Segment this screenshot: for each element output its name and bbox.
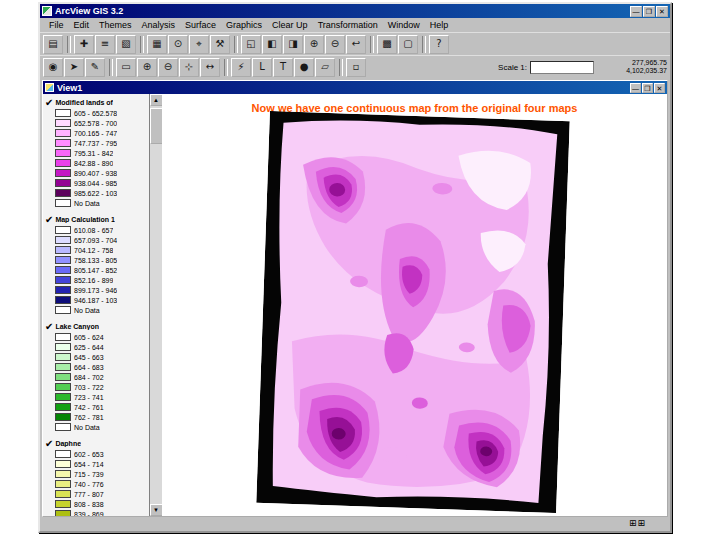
menu-analysis[interactable]: Analysis [137,20,181,30]
close-button[interactable]: ✕ [656,6,668,17]
scroll-down-button[interactable]: ▼ [150,504,163,516]
legend-swatch [55,510,71,516]
coordinate-readout: 277,965.75 4,102,035.37 [605,59,667,75]
toolbar-main: ▤✚≡▧▦⊙⌖⚒◱◧◨⊕⊖↩▩▢? [40,32,670,55]
menu-graphics[interactable]: Graphics [221,20,267,30]
zoom-out-tool-button[interactable]: ⊖ [158,58,178,77]
theme-properties-button[interactable]: ≡ [95,35,115,54]
theme-checkbox[interactable]: ✔ [45,98,53,108]
legend-swatch [55,363,71,371]
legend-item: 715 - 739 [45,469,147,479]
theme-checkbox[interactable]: ✔ [45,215,53,225]
legend-swatch [55,169,71,177]
continuous-map[interactable] [256,111,569,513]
menu-window[interactable]: Window [383,20,425,30]
theme-header[interactable]: ✔Map Calculation 1 [45,214,147,225]
legend-label: 652.578 - 700 [74,120,117,127]
theme-header[interactable]: ✔Modified lands of [45,97,147,108]
label-tool-button[interactable]: L [252,58,272,77]
legend-panel: ✔Modified lands of605 - 652.578652.578 -… [43,94,149,516]
app-window: ArcView GIS 3.2 — ❐ ✕ FileEditThemesAnal… [38,2,672,533]
minimize-button[interactable]: — [630,6,642,17]
legend-label: 742 - 761 [74,404,104,411]
draw-point-tool-button[interactable]: ● [294,58,314,77]
zoom-in-tool-button[interactable]: ⊕ [137,58,157,77]
legend-swatch [55,179,71,187]
menu-clear-up[interactable]: Clear Up [267,20,313,30]
zoom-previous-button[interactable]: ↩ [346,35,366,54]
title-bar: ArcView GIS 3.2 — ❐ ✕ [40,4,670,18]
legend-label: 715 - 739 [74,471,104,478]
hotlink-tool-button[interactable]: ⚡ [231,58,251,77]
legend-swatch [55,413,71,421]
theme-checkbox[interactable]: ✔ [45,439,53,449]
area-of-interest-button[interactable]: ▫ [346,58,366,77]
scale-input[interactable] [530,61,594,74]
legend-label: 602 - 653 [74,451,104,458]
help-button[interactable]: ? [429,35,449,54]
identify-tool-button[interactable]: ◉ [43,58,63,77]
legend-item: 610.08 - 657 [45,225,147,235]
legend-item: 704.12 - 758 [45,245,147,255]
legend-scrollbar[interactable]: ▲ ▼ [149,94,162,516]
menu-edit[interactable]: Edit [69,20,95,30]
pointer-tool-button[interactable]: ➤ [64,58,84,77]
legend-theme: ✔Daphne602 - 653654 - 714715 - 739740 - … [45,438,147,516]
find-button[interactable]: ⊙ [168,35,188,54]
legend-swatch [55,296,71,304]
view-close-button[interactable]: ✕ [654,83,665,93]
menu-help[interactable]: Help [425,20,454,30]
edit-legend-button[interactable]: ▧ [116,35,136,54]
legend-item: 777 - 807 [45,489,147,499]
select-features-button[interactable]: ▩ [377,35,397,54]
legend-label: 703 - 722 [74,384,104,391]
legend-item: 645 - 663 [45,352,147,362]
draw-rectangle-tool-button[interactable]: ▱ [315,58,335,77]
legend-item: 723 - 741 [45,392,147,402]
locate-button[interactable]: ⌖ [189,35,209,54]
select-feature-tool-button[interactable]: ▭ [116,58,136,77]
text-tool-button[interactable]: T [273,58,293,77]
toolbar-separator [140,36,144,53]
menu-file[interactable]: File [44,20,69,30]
legend-item: 654 - 714 [45,459,147,469]
theme-header[interactable]: ✔Lake Canyon [45,321,147,332]
legend-swatch [55,423,71,431]
view-minimize-button[interactable]: — [630,83,641,93]
legend-swatch [55,139,71,147]
theme-checkbox[interactable]: ✔ [45,322,53,332]
legend-label: 808 - 838 [74,501,104,508]
arcview-logo-icon [42,6,52,16]
menu-surface[interactable]: Surface [180,20,221,30]
legend-label: 610.08 - 657 [74,227,113,234]
maximize-button[interactable]: ❐ [643,6,655,17]
scale-label: Scale 1: [498,63,527,72]
scrollbar-thumb[interactable] [150,108,163,144]
zoom-full-extent-button[interactable]: ◱ [241,35,261,54]
legend-item: 805.147 - 852 [45,265,147,275]
save-project-button[interactable]: ▤ [43,35,63,54]
theme-header[interactable]: ✔Daphne [45,438,147,449]
clear-selection-button[interactable]: ▢ [398,35,418,54]
menu-transformation[interactable]: Transformation [313,20,383,30]
open-theme-table-button[interactable]: ▦ [147,35,167,54]
zoom-out-button[interactable]: ⊖ [325,35,345,54]
legend-item: 700.165 - 747 [45,128,147,138]
scrollbar-track[interactable] [150,106,163,504]
menu-themes[interactable]: Themes [94,20,137,30]
zoom-active-theme-button[interactable]: ◧ [262,35,282,54]
zoom-in-button[interactable]: ⊕ [304,35,324,54]
zoom-selected-button[interactable]: ◨ [283,35,303,54]
pan-tool-button[interactable]: ⊹ [179,58,199,77]
legend-item: 938.044 - 985 [45,178,147,188]
scroll-up-button[interactable]: ▲ [150,94,163,106]
legend-swatch [55,286,71,294]
measure-tool-button[interactable]: ↔ [200,58,220,77]
map-area[interactable]: Now we have one continuous map from the … [162,94,667,516]
view-maximize-button[interactable]: ❐ [642,83,653,93]
legend-label: 985.622 - 103 [74,190,117,197]
vertex-edit-tool-button[interactable]: ✎ [85,58,105,77]
query-builder-button[interactable]: ⚒ [210,35,230,54]
add-theme-button[interactable]: ✚ [74,35,94,54]
legend-label: 684 - 702 [74,374,104,381]
